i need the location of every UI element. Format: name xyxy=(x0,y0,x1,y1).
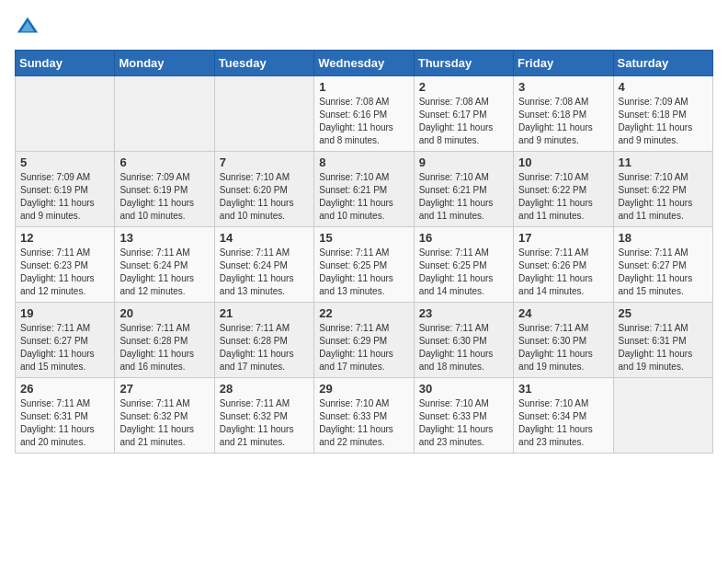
calendar-cell: 2Sunrise: 7:08 AM Sunset: 6:17 PM Daylig… xyxy=(414,76,513,152)
day-info: Sunrise: 7:11 AM Sunset: 6:24 PM Dayligh… xyxy=(220,247,309,298)
calendar-cell: 11Sunrise: 7:10 AM Sunset: 6:22 PM Dayli… xyxy=(613,152,712,227)
day-number: 9 xyxy=(419,155,508,169)
day-info: Sunrise: 7:11 AM Sunset: 6:31 PM Dayligh… xyxy=(20,397,109,449)
calendar-cell: 8Sunrise: 7:10 AM Sunset: 6:21 PM Daylig… xyxy=(314,152,414,227)
day-info: Sunrise: 7:10 AM Sunset: 6:22 PM Dayligh… xyxy=(619,171,708,223)
day-number: 12 xyxy=(20,231,109,245)
day-number: 20 xyxy=(119,306,209,320)
logo-icon xyxy=(15,15,40,40)
calendar-cell: 29Sunrise: 7:10 AM Sunset: 6:33 PM Dayli… xyxy=(314,378,414,454)
weekday-header-row: SundayMondayTuesdayWednesdayThursdayFrid… xyxy=(16,51,713,76)
day-info: Sunrise: 7:09 AM Sunset: 6:19 PM Dayligh… xyxy=(119,171,209,223)
week-row-4: 19Sunrise: 7:11 AM Sunset: 6:27 PM Dayli… xyxy=(16,303,713,378)
calendar-cell: 23Sunrise: 7:11 AM Sunset: 6:30 PM Dayli… xyxy=(414,303,513,378)
week-row-2: 5Sunrise: 7:09 AM Sunset: 6:19 PM Daylig… xyxy=(16,152,713,227)
day-number: 16 xyxy=(419,231,508,245)
weekday-header-thursday: Thursday xyxy=(414,51,513,76)
day-info: Sunrise: 7:11 AM Sunset: 6:30 PM Dayligh… xyxy=(518,322,608,373)
day-info: Sunrise: 7:11 AM Sunset: 6:30 PM Dayligh… xyxy=(419,322,508,373)
calendar-cell: 24Sunrise: 7:11 AM Sunset: 6:30 PM Dayli… xyxy=(514,303,613,378)
calendar-cell: 21Sunrise: 7:11 AM Sunset: 6:28 PM Dayli… xyxy=(214,303,313,378)
calendar-cell: 9Sunrise: 7:10 AM Sunset: 6:21 PM Daylig… xyxy=(414,152,513,227)
calendar-cell: 27Sunrise: 7:11 AM Sunset: 6:32 PM Dayli… xyxy=(115,378,214,454)
page-header xyxy=(15,15,713,40)
calendar-cell: 26Sunrise: 7:11 AM Sunset: 6:31 PM Dayli… xyxy=(16,378,115,454)
day-number: 8 xyxy=(319,155,408,169)
day-number: 10 xyxy=(518,155,608,169)
day-info: Sunrise: 7:09 AM Sunset: 6:19 PM Dayligh… xyxy=(20,171,109,223)
calendar-cell xyxy=(214,76,313,152)
calendar-cell: 6Sunrise: 7:09 AM Sunset: 6:19 PM Daylig… xyxy=(115,152,214,227)
calendar-cell: 10Sunrise: 7:10 AM Sunset: 6:22 PM Dayli… xyxy=(514,152,613,227)
day-number: 1 xyxy=(319,80,408,94)
logo xyxy=(15,15,44,40)
day-number: 11 xyxy=(619,155,708,169)
day-number: 2 xyxy=(419,80,508,94)
calendar-cell: 3Sunrise: 7:08 AM Sunset: 6:18 PM Daylig… xyxy=(514,76,613,152)
day-info: Sunrise: 7:11 AM Sunset: 6:32 PM Dayligh… xyxy=(119,397,209,449)
weekday-header-tuesday: Tuesday xyxy=(214,51,313,76)
day-info: Sunrise: 7:11 AM Sunset: 6:29 PM Dayligh… xyxy=(319,322,408,373)
day-number: 23 xyxy=(419,306,508,320)
calendar-cell: 20Sunrise: 7:11 AM Sunset: 6:28 PM Dayli… xyxy=(115,303,214,378)
calendar-cell: 31Sunrise: 7:10 AM Sunset: 6:34 PM Dayli… xyxy=(514,378,613,454)
calendar-cell: 14Sunrise: 7:11 AM Sunset: 6:24 PM Dayli… xyxy=(214,227,313,303)
day-number: 21 xyxy=(220,306,309,320)
calendar-cell: 7Sunrise: 7:10 AM Sunset: 6:20 PM Daylig… xyxy=(214,152,313,227)
day-info: Sunrise: 7:08 AM Sunset: 6:18 PM Dayligh… xyxy=(518,96,608,147)
day-info: Sunrise: 7:10 AM Sunset: 6:33 PM Dayligh… xyxy=(419,397,508,449)
day-number: 4 xyxy=(619,80,708,94)
calendar-cell: 25Sunrise: 7:11 AM Sunset: 6:31 PM Dayli… xyxy=(613,303,712,378)
day-info: Sunrise: 7:10 AM Sunset: 6:21 PM Dayligh… xyxy=(319,171,408,223)
calendar-cell: 1Sunrise: 7:08 AM Sunset: 6:16 PM Daylig… xyxy=(314,76,414,152)
calendar-cell xyxy=(613,378,712,454)
day-number: 26 xyxy=(20,382,109,396)
day-number: 7 xyxy=(220,155,309,169)
day-number: 5 xyxy=(20,155,109,169)
day-info: Sunrise: 7:11 AM Sunset: 6:26 PM Dayligh… xyxy=(518,247,608,298)
day-info: Sunrise: 7:10 AM Sunset: 6:22 PM Dayligh… xyxy=(518,171,608,223)
day-info: Sunrise: 7:11 AM Sunset: 6:23 PM Dayligh… xyxy=(20,247,109,298)
calendar-cell: 30Sunrise: 7:10 AM Sunset: 6:33 PM Dayli… xyxy=(414,378,513,454)
day-number: 17 xyxy=(518,231,608,245)
calendar-cell: 4Sunrise: 7:09 AM Sunset: 6:18 PM Daylig… xyxy=(613,76,712,152)
day-info: Sunrise: 7:11 AM Sunset: 6:25 PM Dayligh… xyxy=(419,247,508,298)
day-number: 29 xyxy=(319,382,408,396)
weekday-header-wednesday: Wednesday xyxy=(314,51,414,76)
calendar-cell: 17Sunrise: 7:11 AM Sunset: 6:26 PM Dayli… xyxy=(514,227,613,303)
day-number: 19 xyxy=(20,306,109,320)
calendar-cell xyxy=(115,76,214,152)
week-row-3: 12Sunrise: 7:11 AM Sunset: 6:23 PM Dayli… xyxy=(16,227,713,303)
day-info: Sunrise: 7:10 AM Sunset: 6:34 PM Dayligh… xyxy=(518,397,608,449)
day-info: Sunrise: 7:11 AM Sunset: 6:32 PM Dayligh… xyxy=(220,397,309,449)
day-number: 3 xyxy=(518,80,608,94)
day-number: 28 xyxy=(220,382,309,396)
day-number: 15 xyxy=(319,231,408,245)
day-info: Sunrise: 7:10 AM Sunset: 6:20 PM Dayligh… xyxy=(220,171,309,223)
calendar-cell xyxy=(16,76,115,152)
calendar-cell: 16Sunrise: 7:11 AM Sunset: 6:25 PM Dayli… xyxy=(414,227,513,303)
day-info: Sunrise: 7:11 AM Sunset: 6:28 PM Dayligh… xyxy=(119,322,209,373)
day-number: 25 xyxy=(619,306,708,320)
day-info: Sunrise: 7:11 AM Sunset: 6:27 PM Dayligh… xyxy=(619,247,708,298)
day-number: 31 xyxy=(518,382,608,396)
day-number: 27 xyxy=(119,382,209,396)
day-number: 24 xyxy=(518,306,608,320)
day-number: 14 xyxy=(220,231,309,245)
week-row-1: 1Sunrise: 7:08 AM Sunset: 6:16 PM Daylig… xyxy=(16,76,713,152)
calendar-cell: 19Sunrise: 7:11 AM Sunset: 6:27 PM Dayli… xyxy=(16,303,115,378)
day-number: 6 xyxy=(119,155,209,169)
day-info: Sunrise: 7:11 AM Sunset: 6:24 PM Dayligh… xyxy=(119,247,209,298)
week-row-5: 26Sunrise: 7:11 AM Sunset: 6:31 PM Dayli… xyxy=(16,378,713,454)
day-info: Sunrise: 7:08 AM Sunset: 6:16 PM Dayligh… xyxy=(319,96,408,147)
day-info: Sunrise: 7:09 AM Sunset: 6:18 PM Dayligh… xyxy=(619,96,708,147)
day-info: Sunrise: 7:08 AM Sunset: 6:17 PM Dayligh… xyxy=(419,96,508,147)
day-number: 22 xyxy=(319,306,408,320)
day-number: 30 xyxy=(419,382,508,396)
calendar-table: SundayMondayTuesdayWednesdayThursdayFrid… xyxy=(15,50,713,454)
calendar-cell: 12Sunrise: 7:11 AM Sunset: 6:23 PM Dayli… xyxy=(16,227,115,303)
calendar-cell: 18Sunrise: 7:11 AM Sunset: 6:27 PM Dayli… xyxy=(613,227,712,303)
calendar-cell: 28Sunrise: 7:11 AM Sunset: 6:32 PM Dayli… xyxy=(214,378,313,454)
calendar-cell: 15Sunrise: 7:11 AM Sunset: 6:25 PM Dayli… xyxy=(314,227,414,303)
day-number: 18 xyxy=(619,231,708,245)
